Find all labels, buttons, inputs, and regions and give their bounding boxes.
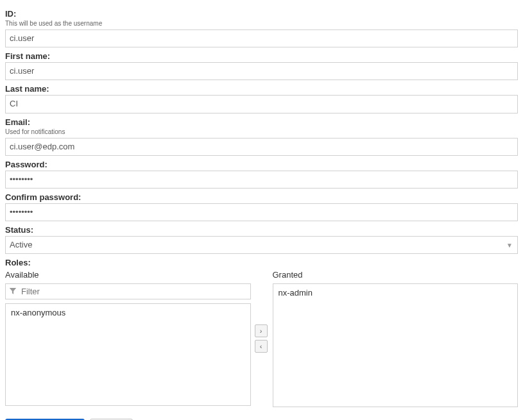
status-select[interactable] [5,236,518,254]
email-hint: Used for notifications [5,128,518,135]
move-right-button[interactable]: › [255,324,268,337]
lastname-field[interactable] [5,95,518,113]
confirm-password-label: Confirm password: [5,192,518,202]
chevron-left-icon: ‹ [260,342,262,350]
filter-icon [9,287,17,296]
roles-label: Roles: [5,258,518,267]
available-title: Available [5,270,251,280]
id-label: ID: [5,9,518,19]
list-item[interactable]: nx-anonymous [11,308,245,317]
id-hint: This will be used as the username [5,20,518,27]
available-panel: Available nx-anonymous [5,270,251,407]
id-field[interactable] [5,29,518,47]
move-left-button[interactable]: ‹ [255,340,268,353]
granted-panel: Granted nx-admin [273,270,519,407]
password-label: Password: [5,160,518,169]
firstname-field[interactable] [5,62,518,80]
firstname-label: First name: [5,51,518,61]
chevron-right-icon: › [260,327,262,335]
status-label: Status: [5,225,518,235]
list-item[interactable]: nx-admin [279,288,513,298]
email-label: Email: [5,117,518,127]
available-list[interactable]: nx-anonymous [5,303,251,406]
lastname-label: Last name: [5,84,518,94]
granted-list[interactable]: nx-admin [273,283,519,407]
password-field[interactable] [5,171,518,189]
available-filter-input[interactable] [5,283,251,299]
confirm-password-field[interactable] [5,203,518,221]
email-field[interactable] [5,138,518,156]
granted-title: Granted [273,270,519,280]
